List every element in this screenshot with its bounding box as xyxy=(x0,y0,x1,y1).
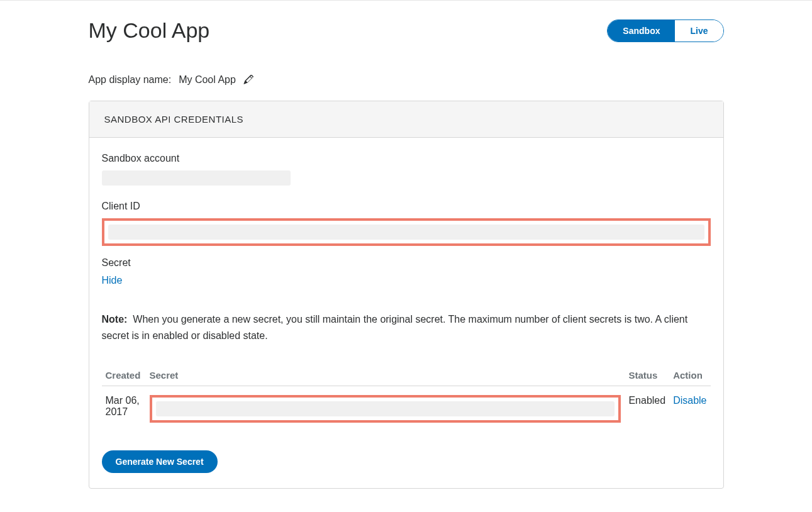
credentials-panel: SANDBOX API CREDENTIALS Sandbox account … xyxy=(89,101,724,489)
display-name-label: App display name: xyxy=(89,74,172,86)
table-row: Mar 06, 2017 Enabled Disable xyxy=(102,386,711,430)
cell-action: Disable xyxy=(669,386,710,430)
note-label: Note: xyxy=(102,314,128,325)
cell-created: Mar 06, 2017 xyxy=(102,386,146,430)
th-created: Created xyxy=(102,365,146,386)
live-mode-button[interactable]: Live xyxy=(675,20,723,42)
mode-toggle: Sandbox Live xyxy=(607,19,723,42)
sandbox-mode-button[interactable]: Sandbox xyxy=(608,20,675,42)
client-id-value xyxy=(108,225,704,240)
cell-status: Enabled xyxy=(625,386,669,430)
client-id-highlight xyxy=(102,218,711,246)
note-text: When you generate a new secret, you stil… xyxy=(102,314,688,341)
secret-highlight xyxy=(150,395,621,423)
client-id-label: Client ID xyxy=(102,201,711,212)
secret-value xyxy=(156,401,615,416)
display-name-value: My Cool App xyxy=(179,74,236,86)
sandbox-account-label: Sandbox account xyxy=(102,153,711,164)
secrets-table: Created Secret Status Action Mar 06, 201… xyxy=(102,365,711,429)
disable-link[interactable]: Disable xyxy=(673,395,706,406)
cell-secret xyxy=(146,386,625,430)
secret-label: Secret xyxy=(102,257,711,269)
sandbox-account-value xyxy=(102,170,291,186)
pencil-icon[interactable] xyxy=(243,75,253,85)
generate-secret-button[interactable]: Generate New Secret xyxy=(102,450,218,473)
panel-title: SANDBOX API CREDENTIALS xyxy=(89,101,723,138)
th-status: Status xyxy=(625,365,669,386)
th-secret: Secret xyxy=(146,365,625,386)
hide-link[interactable]: Hide xyxy=(102,275,123,286)
secret-note: Note: When you generate a new secret, yo… xyxy=(102,311,711,343)
app-title: My Cool App xyxy=(89,18,210,43)
th-action: Action xyxy=(669,365,710,386)
